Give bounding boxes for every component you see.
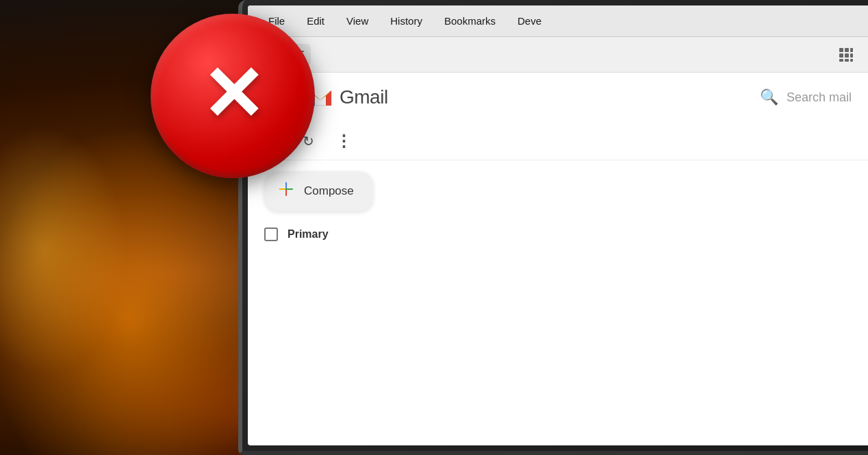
svg-rect-5 [845,48,849,52]
svg-rect-17 [285,182,287,188]
grid-icon [839,47,854,62]
grid-apps-button[interactable] [832,44,860,66]
primary-inbox-row: Primary [248,222,868,247]
svg-rect-10 [839,59,843,62]
search-placeholder-text: Search mail [787,90,852,105]
compose-plus-icon [278,181,294,201]
monitor-bezel: File Edit View History Bookmarks Deve › [238,0,868,455]
svg-rect-11 [845,59,849,62]
search-area: 🔍 Search mail [760,88,852,106]
svg-rect-18 [279,188,285,190]
svg-rect-9 [850,53,853,58]
gmail-logo: Gmail [305,82,388,112]
menu-item-develop[interactable]: Deve [508,11,551,31]
menu-item-history[interactable]: History [381,11,432,31]
primary-label: Primary [288,228,329,241]
menu-item-view[interactable]: View [337,11,378,31]
svg-rect-4 [839,48,843,52]
screen-area: File Edit View History Bookmarks Deve › [248,5,868,445]
svg-rect-7 [839,53,843,58]
browser-toolbar: › [248,37,868,73]
red-circle: ✕ [151,14,315,178]
red-x-overlay: ✕ [151,14,315,178]
svg-rect-12 [850,59,853,62]
gmail-title: Gmail [340,86,388,108]
primary-checkbox[interactable] [264,228,278,241]
search-icon: 🔍 [760,88,778,106]
gmail-header: ☰ [248,73,868,122]
menu-bar: File Edit View History Bookmarks Deve [248,5,868,37]
gmail-toolbar: ▾ ↻ ⋮ [248,122,868,160]
x-mark-icon: ✕ [201,57,264,132]
svg-rect-6 [850,48,853,52]
more-options-button[interactable]: ⋮ [330,127,357,155]
plus-icon-svg [278,181,294,197]
menu-item-bookmarks[interactable]: Bookmarks [435,11,505,31]
compose-label: Compose [304,184,354,198]
gmail-content: ☰ [248,73,868,247]
svg-rect-8 [845,53,849,58]
